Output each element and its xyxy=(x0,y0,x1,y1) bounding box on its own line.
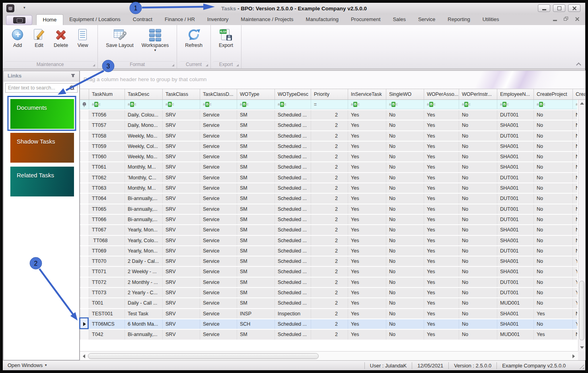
dialog-launcher-icon[interactable] xyxy=(236,64,239,66)
table-row-tt06mcs[interactable]: TT06MCS6 Month Ma...SRVServiceSCHSchedul… xyxy=(80,319,577,330)
tab-utilities[interactable]: Utilities xyxy=(476,14,505,25)
filter-cell-tasknum[interactable]: aBc xyxy=(89,100,125,109)
table-row-test001[interactable]: TEST001Test TaskSRVServiceINSPInspection… xyxy=(80,309,577,319)
horizontal-scroll-thumb[interactable] xyxy=(88,353,319,359)
mdi-close-icon[interactable] xyxy=(575,17,580,21)
scroll-right-icon[interactable] xyxy=(572,354,575,358)
close-button[interactable] xyxy=(568,4,580,12)
column-header-priority[interactable]: Priority xyxy=(311,89,348,99)
table-row-tt066[interactable]: TT066Bi-annually,...SRVServiceSMSchedule… xyxy=(80,215,577,225)
column-header-crea[interactable]: Crea... xyxy=(573,89,585,99)
table-row-tt072[interactable]: TT0722 Monthly - ...SRVServiceSMSchedule… xyxy=(80,278,577,288)
column-header-wotypedesc[interactable]: WOTypeDesc xyxy=(275,89,311,99)
mdi-restore-icon[interactable] xyxy=(564,17,569,21)
filter-cell-taskdesc[interactable]: aBc xyxy=(125,100,163,109)
table-row-tt067[interactable]: TT067Yearly, Mon...SRVServiceSMScheduled… xyxy=(80,225,577,235)
workspaces-button[interactable]: Workspaces▼ xyxy=(138,26,173,52)
table-row-tt059[interactable]: TT059Weekly, Col...SRVServiceSMScheduled… xyxy=(80,142,577,152)
filter-cell-wotype[interactable]: aBc xyxy=(237,100,275,109)
tab-finance-hr[interactable]: Finance / HR xyxy=(158,14,201,25)
table-row-tt070[interactable]: TT0702 Daily - Cal...SRVServiceSMSchedul… xyxy=(80,256,577,267)
table-row-t042[interactable]: T042Bi-annually,...SRVServiceSMScheduled… xyxy=(80,330,577,340)
scroll-up-icon[interactable] xyxy=(580,102,584,105)
filter-cell-woperasso[interactable]: aBc xyxy=(424,100,459,109)
links-tile-shadow-tasks[interactable]: Shadow Tasks xyxy=(10,133,74,163)
table-row-tt065[interactable]: TT065Bi-annually,...SRVServiceSMSchedule… xyxy=(80,204,577,215)
dialog-launcher-icon[interactable] xyxy=(172,64,174,66)
edit-button[interactable]: Edit xyxy=(28,26,50,48)
table-row-tt062[interactable]: TT062'Monthly, C...SRVServiceSMScheduled… xyxy=(80,173,577,183)
table-row-tt068[interactable]: TT068Yearly, Colo...SRVServiceSMSchedule… xyxy=(80,236,577,246)
filter-cell-priority[interactable]: = xyxy=(311,100,348,109)
tab-service[interactable]: Service xyxy=(412,14,441,25)
column-header-employeen[interactable]: EmployeeN... xyxy=(497,89,534,99)
save-layout-button[interactable]: Save Layout xyxy=(102,26,138,48)
table-row-tt071[interactable]: TT0712 Weekly - ...SRVServiceSMScheduled… xyxy=(80,267,577,277)
filter-cell-crea[interactable]: aBc xyxy=(573,100,577,109)
table-row-tt061[interactable]: TT061Monthly, M...SRVServiceSMScheduled … xyxy=(80,162,577,173)
filter-cell-taskclass[interactable]: aBc xyxy=(163,100,200,109)
links-tile-related-tasks[interactable]: Related Tasks xyxy=(10,167,74,196)
search-icon[interactable] xyxy=(70,85,74,90)
tab-inventory[interactable]: Inventory xyxy=(201,14,234,25)
column-header-taskclassd[interactable]: TaskClassD... xyxy=(200,89,237,99)
filter-pin-icon[interactable] xyxy=(81,100,89,109)
vertical-scroll-thumb[interactable] xyxy=(579,281,584,340)
table-row-tt058[interactable]: TT058Weekly, Mo...SRVServiceSMScheduled … xyxy=(80,131,577,142)
add-button[interactable]: +Add xyxy=(7,26,28,48)
dialog-launcher-icon[interactable] xyxy=(206,64,208,66)
maximize-button[interactable] xyxy=(553,4,565,12)
filter-cell-taskclassd[interactable]: aBc xyxy=(200,100,237,109)
refresh-button[interactable]: Refresh xyxy=(181,26,206,48)
horizontal-scrollbar[interactable] xyxy=(80,351,578,361)
filter-cell-wotypedesc[interactable]: aBc xyxy=(275,100,311,109)
delete-button[interactable]: Delete xyxy=(50,26,72,48)
open-windows-button[interactable]: Open Windows▼ xyxy=(8,362,47,368)
column-header-inservicetask[interactable]: InServiceTask xyxy=(348,89,386,99)
column-header-tasknum[interactable]: TaskNum xyxy=(89,89,125,99)
minimize-button[interactable] xyxy=(538,4,550,12)
view-button[interactable]: View xyxy=(72,26,93,48)
pin-icon[interactable] xyxy=(71,74,75,79)
filter-cell-employeen[interactable]: aBc xyxy=(497,100,534,109)
table-row-tt073[interactable]: TT0732 Yearly - C...SRVServiceSMSchedule… xyxy=(80,288,577,298)
column-header-singlewo[interactable]: SingleWO xyxy=(386,89,424,99)
filter-cell-createproject[interactable]: aBc xyxy=(534,100,573,109)
mdi-minimize-icon[interactable] xyxy=(553,17,557,21)
tab-manufacturing[interactable]: Manufacturing xyxy=(300,14,345,25)
table-row-tt056[interactable]: TT056Daily, Colou...SRVServiceSMSchedule… xyxy=(80,110,577,120)
filter-cell-inservicetask[interactable]: aBc xyxy=(348,100,386,109)
column-header-woperinstr[interactable]: WOPerInstr... xyxy=(459,89,497,99)
export-button[interactable]: XLSXExport xyxy=(215,26,237,48)
column-header-wotype[interactable]: WOType xyxy=(237,89,275,99)
table-row-tt069[interactable]: TT069Yearly, Mon...SRVServiceSMScheduled… xyxy=(80,246,577,256)
links-tile-documents[interactable]: Documents xyxy=(10,99,74,129)
vertical-scrollbar[interactable] xyxy=(578,100,585,351)
column-header-createproject[interactable]: CreateProject xyxy=(534,89,573,99)
filter-cell-singlewo[interactable]: aBc xyxy=(386,100,424,109)
tab-sales[interactable]: Sales xyxy=(387,14,412,25)
table-row-tt064[interactable]: TT064Bi-annually,...SRVServiceSMSchedule… xyxy=(80,194,577,204)
column-header-taskdesc[interactable]: TaskDesc xyxy=(125,89,163,99)
column-header-woperasso[interactable]: WOPerAsso... xyxy=(424,89,459,99)
tab-contract[interactable]: Contract xyxy=(127,14,158,25)
application-menu-button[interactable] xyxy=(6,15,32,25)
table-row-tt057[interactable]: TT057Daily, Mono...SRVServiceSMScheduled… xyxy=(80,120,577,131)
table-row-tt060[interactable]: TT060Weekly, Mo...SRVServiceSMScheduled … xyxy=(80,152,577,162)
table-row-tt063[interactable]: TT063Monthly, M...SRVServiceSMScheduled … xyxy=(80,183,577,194)
group-by-panel[interactable]: Drag a column header here to group by th… xyxy=(80,71,585,89)
table-row-t001[interactable]: T001Daily - Call ...SRVServiceSMSchedule… xyxy=(80,298,577,309)
tab-equipment-locations[interactable]: Equipment / Locations xyxy=(63,14,127,25)
tab-procurement[interactable]: Procurement xyxy=(345,14,386,25)
scroll-down-icon[interactable] xyxy=(580,346,584,349)
dialog-launcher-icon[interactable] xyxy=(93,64,95,66)
resize-grip[interactable] xyxy=(579,364,584,369)
filter-cell-woperinstr[interactable]: aBc xyxy=(459,100,497,109)
tab-home[interactable]: Home xyxy=(36,14,63,25)
tab-reporting[interactable]: Reporting xyxy=(442,14,476,25)
column-header-taskclass[interactable]: TaskClass xyxy=(163,89,200,99)
tab-maintenance-projects[interactable]: Maintenance / Projects xyxy=(235,14,300,25)
collapse-ribbon-icon[interactable] xyxy=(577,62,580,66)
scroll-left-icon[interactable] xyxy=(83,354,85,358)
search-input[interactable]: Enter text to search... xyxy=(5,83,78,93)
